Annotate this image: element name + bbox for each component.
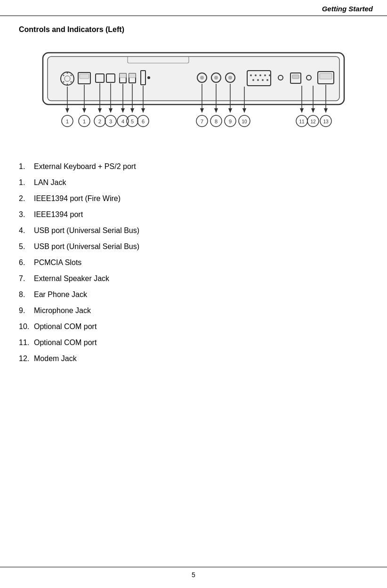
svg-rect-17 — [120, 73, 126, 78]
list-item: 5. USB port (Universal Serial Bus) — [19, 241, 368, 252]
svg-point-27 — [228, 76, 232, 80]
svg-point-36 — [262, 79, 264, 81]
svg-point-9 — [63, 81, 64, 83]
page-number: 5 — [192, 571, 195, 579]
svg-marker-53 — [121, 108, 125, 113]
svg-marker-51 — [109, 108, 113, 113]
list-text: PCMCIA Slots — [34, 257, 81, 268]
svg-text:3: 3 — [109, 119, 112, 124]
svg-text:11: 11 — [299, 119, 305, 124]
list-text: USB port (Universal Serial Bus) — [34, 225, 139, 236]
list-item: 1. External Keyboard + PS/2 port — [19, 161, 368, 172]
header-title: Getting Started — [322, 5, 373, 13]
svg-marker-71 — [324, 108, 328, 113]
list-text: Optional COM port — [34, 321, 97, 332]
list-item: 3. IEEE1394 port — [19, 209, 368, 220]
svg-rect-40 — [292, 75, 299, 79]
list-item: 2. IEEE1394 port (Fire Wire) — [19, 193, 368, 204]
list-number: 11. — [19, 337, 34, 348]
list-item: 12. Modem Jack — [19, 353, 368, 364]
device-diagram: 1 1 2 3 4 5 6 — [33, 43, 354, 147]
list-text: Microphone Jack — [34, 305, 91, 316]
svg-marker-65 — [242, 108, 246, 113]
svg-point-5 — [67, 72, 68, 74]
svg-text:8: 8 — [215, 119, 218, 124]
list-item: 4. USB port (Universal Serial Bus) — [19, 225, 368, 236]
list-text: IEEE1394 port (Fire Wire) — [34, 193, 121, 204]
svg-marker-49 — [98, 108, 102, 113]
list-text: External Speaker Jack — [34, 273, 109, 284]
svg-text:9: 9 — [229, 119, 232, 124]
svg-point-34 — [252, 79, 254, 81]
svg-point-30 — [255, 74, 257, 76]
svg-rect-12 — [80, 74, 89, 79]
list-text: Modem Jack — [34, 353, 77, 364]
svg-rect-43 — [320, 73, 332, 79]
list-item: 10. Optional COM port — [19, 321, 368, 332]
list-section: 1. External Keyboard + PS/2 port 1. LAN … — [19, 161, 368, 364]
list-number: 7. — [19, 273, 34, 284]
list-item: 11. Optional COM port — [19, 337, 368, 348]
list-item: 8. Ear Phone Jack — [19, 289, 368, 300]
svg-point-31 — [259, 74, 261, 76]
svg-text:1: 1 — [66, 119, 69, 124]
page-container: Getting Started Controls and Indicators … — [0, 0, 387, 588]
svg-marker-69 — [311, 108, 315, 113]
list-number: 1. — [19, 177, 34, 188]
list-number: 1. — [19, 161, 34, 172]
svg-text:2: 2 — [98, 119, 101, 124]
list-number: 12. — [19, 353, 34, 364]
svg-point-32 — [264, 74, 266, 76]
list-number: 8. — [19, 289, 34, 300]
list-number: 10. — [19, 321, 34, 332]
svg-marker-57 — [141, 108, 145, 113]
svg-point-6 — [71, 75, 72, 76]
svg-point-35 — [257, 79, 259, 81]
list-item: 7. External Speaker Jack — [19, 273, 368, 284]
svg-point-23 — [200, 76, 204, 80]
list-text: LAN Jack — [34, 177, 66, 188]
list-text: IEEE1394 port — [34, 209, 83, 220]
list-text: USB port (Universal Serial Bus) — [34, 241, 139, 252]
svg-text:7: 7 — [201, 119, 203, 124]
list-number: 4. — [19, 225, 34, 236]
header-bar: Getting Started — [0, 0, 387, 16]
section-heading: Controls and Indicators (Left) — [19, 25, 368, 34]
content-area: Controls and Indicators (Left) — [0, 16, 387, 388]
list-item: 1. LAN Jack — [19, 177, 368, 188]
svg-text:5: 5 — [131, 119, 134, 124]
svg-text:1: 1 — [83, 119, 86, 124]
footer-bar: 5 — [0, 567, 387, 579]
svg-marker-55 — [130, 108, 134, 113]
svg-text:6: 6 — [142, 119, 145, 124]
svg-marker-63 — [228, 108, 232, 113]
svg-marker-61 — [214, 108, 218, 113]
svg-point-10 — [63, 75, 64, 76]
svg-marker-47 — [82, 108, 86, 113]
list-number: 6. — [19, 257, 34, 268]
svg-marker-59 — [200, 108, 204, 113]
svg-text:12: 12 — [310, 119, 316, 124]
list-text: External Keyboard + PS/2 port — [34, 161, 136, 172]
list-number: 5. — [19, 241, 34, 252]
list-number: 9. — [19, 305, 34, 316]
svg-rect-19 — [129, 73, 136, 78]
svg-point-25 — [214, 76, 218, 80]
svg-text:10: 10 — [242, 119, 247, 124]
svg-marker-45 — [65, 108, 69, 113]
svg-marker-67 — [300, 108, 304, 113]
list-number: 2. — [19, 193, 34, 204]
svg-text:4: 4 — [121, 119, 124, 124]
svg-point-33 — [269, 74, 271, 76]
svg-point-8 — [67, 84, 68, 85]
svg-point-21 — [147, 76, 150, 79]
svg-point-37 — [266, 79, 268, 81]
list-text: Optional COM port — [34, 337, 97, 348]
svg-text:13: 13 — [323, 119, 329, 124]
list-number: 3. — [19, 209, 34, 220]
svg-point-29 — [250, 74, 252, 76]
list-text: Ear Phone Jack — [34, 289, 87, 300]
svg-point-7 — [71, 81, 72, 83]
list-item: 9. Microphone Jack — [19, 305, 368, 316]
list-item: 6. PCMCIA Slots — [19, 257, 368, 268]
